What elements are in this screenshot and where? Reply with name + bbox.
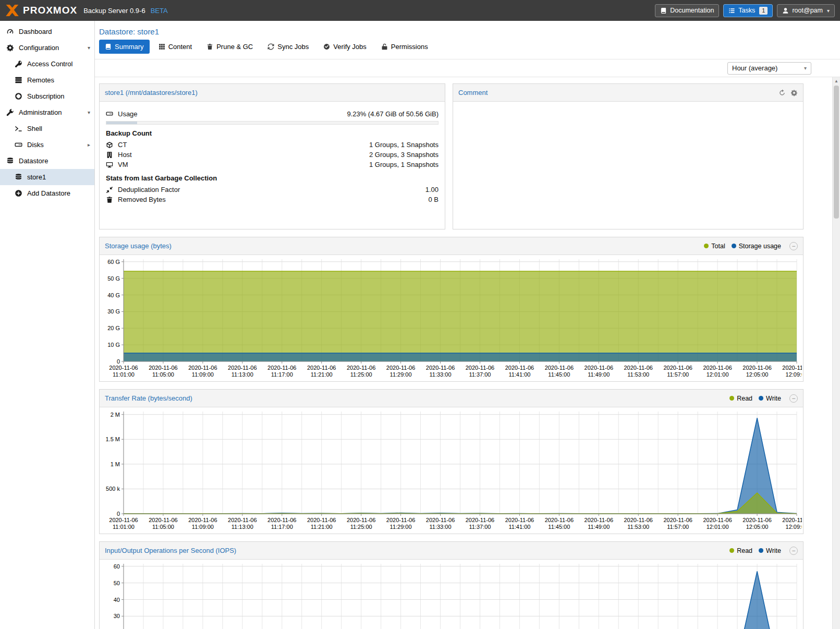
svg-text:2020-11-06: 2020-11-06 (149, 365, 177, 371)
comment-body[interactable] (453, 102, 803, 229)
svg-text:2020-11-06: 2020-11-06 (545, 365, 574, 371)
trash-icon (106, 196, 113, 203)
timeframe-select[interactable]: Hour (average) ▾ (727, 62, 811, 75)
sidebar-item-configuration[interactable]: Configuration ▾ (0, 40, 94, 56)
ct-row: CT 1 Groups, 1 Snapshots (106, 140, 439, 150)
svg-text:2020-11-06: 2020-11-06 (545, 517, 574, 523)
collapse-icon[interactable]: − (789, 547, 798, 555)
chevron-down-icon[interactable]: ▾ (88, 110, 90, 115)
tab-permissions[interactable]: Permissions (375, 40, 434, 54)
building-icon (106, 151, 113, 159)
tab-sync-jobs[interactable]: Sync Jobs (262, 40, 314, 54)
svg-text:2020-11-06: 2020-11-06 (347, 517, 375, 523)
database-icon (6, 157, 14, 165)
svg-text:500 k: 500 k (106, 486, 120, 492)
book-icon (105, 43, 112, 50)
host-label: Host (118, 151, 132, 159)
legend-item-storage-usage[interactable]: Storage usage (732, 243, 781, 250)
dedup-row: Deduplication Factor 1.00 (106, 185, 439, 195)
panel-body: 01020304050602020-11-0611:01:002020-11-0… (100, 560, 803, 629)
sidebar-item-shell[interactable]: Shell (0, 120, 94, 137)
chevron-down-icon: ▾ (827, 8, 830, 14)
scrollbar[interactable]: ▲ (832, 77, 840, 629)
tasks-button[interactable]: Tasks 1 (723, 4, 773, 17)
sidebar-item-disks[interactable]: Disks ▸ (0, 137, 94, 153)
legend-item-total[interactable]: Total (704, 243, 725, 250)
removed-bytes-label: Removed Bytes (118, 196, 166, 203)
sidebar-item-add-datastore[interactable]: Add Datastore (0, 185, 94, 201)
product-version: Backup Server 0.9-6 (83, 7, 145, 15)
gear-icon[interactable] (790, 89, 798, 96)
panel-title: Comment (458, 89, 488, 96)
legend-item-read[interactable]: Read (729, 547, 752, 554)
svg-text:11:37:00: 11:37:00 (469, 524, 491, 530)
beta-link[interactable]: BETA (151, 7, 168, 15)
svg-text:11:45:00: 11:45:00 (548, 524, 570, 530)
documentation-button[interactable]: Documentation (655, 4, 719, 17)
storage-usage-chart: 010 G20 G30 G40 G50 G60 G2020-11-0611:01… (101, 256, 802, 380)
refresh-circle-icon[interactable] (778, 89, 786, 96)
svg-text:11:29:00: 11:29:00 (390, 371, 412, 378)
sidebar-label: Configuration (19, 44, 59, 52)
sidebar-item-datastore[interactable]: Datastore (0, 153, 94, 169)
sidebar-item-access-control[interactable]: Access Control (0, 56, 94, 72)
sidebar-item-dashboard[interactable]: Dashboard (0, 23, 94, 40)
svg-text:2020-11-06: 2020-11-06 (426, 517, 455, 523)
svg-text:11:57:00: 11:57:00 (667, 524, 689, 530)
tab-summary[interactable]: Summary (99, 40, 150, 54)
chevron-down-icon[interactable]: ▾ (88, 45, 90, 51)
svg-text:40: 40 (114, 597, 120, 603)
plus-circle-icon (15, 189, 22, 197)
tab-prune-gc[interactable]: Prune & GC (201, 40, 259, 54)
svg-text:2 M: 2 M (111, 412, 120, 418)
chevron-right-icon[interactable]: ▸ (88, 142, 90, 148)
svg-text:2020-11-06: 2020-11-06 (782, 365, 802, 371)
svg-text:2020-11-06: 2020-11-06 (663, 517, 692, 523)
comment-panel: Comment (453, 83, 804, 229)
chevron-down-icon: ▾ (801, 65, 810, 71)
collapse-icon[interactable]: − (789, 242, 798, 250)
legend-dot (759, 396, 763, 401)
chart-legend: Read Write − (729, 547, 798, 555)
task-list-icon (728, 7, 735, 14)
user-menu-button[interactable]: root@pam ▾ (777, 4, 835, 17)
scroll-up-icon[interactable]: ▲ (833, 77, 840, 85)
sidebar-item-subscription[interactable]: Subscription (0, 88, 94, 104)
svg-text:30: 30 (114, 613, 120, 619)
terminal-icon (15, 125, 22, 132)
usage-progressbar (106, 121, 439, 125)
scrollbar-thumb[interactable] (834, 86, 839, 219)
svg-text:2020-11-06: 2020-11-06 (742, 517, 771, 523)
svg-text:11:57:00: 11:57:00 (667, 371, 689, 378)
trash-icon (206, 43, 213, 50)
sidebar-item-remotes[interactable]: Remotes (0, 72, 94, 88)
legend-dot (732, 244, 736, 248)
sidebar-label: Administration (19, 108, 62, 116)
svg-text:2020-11-06: 2020-11-06 (109, 517, 138, 523)
tab-content[interactable]: Content (153, 40, 198, 54)
collapse-icon[interactable]: − (789, 394, 798, 403)
svg-text:11:49:00: 11:49:00 (588, 371, 610, 378)
legend-item-read[interactable]: Read (729, 395, 752, 402)
usage-label: Usage (118, 110, 138, 118)
dashboard-icon (6, 28, 14, 35)
svg-text:12:09:00: 12:09:00 (786, 524, 802, 530)
sidebar-item-store1[interactable]: store1 (0, 169, 94, 185)
user-label: root@pam (792, 7, 823, 14)
leg-item-write[interactable]: Write (759, 547, 781, 554)
vm-label: VM (118, 161, 128, 168)
sidebar-item-administration[interactable]: Administration ▾ (0, 104, 94, 120)
tab-verify-jobs[interactable]: Verify Jobs (318, 40, 372, 54)
svg-text:11:49:00: 11:49:00 (588, 524, 610, 530)
tasks-count-badge: 1 (759, 7, 768, 15)
sidebar-label: store1 (27, 173, 46, 181)
sidebar-label: Remotes (27, 76, 54, 84)
tab-label: Sync Jobs (277, 43, 309, 51)
life-ring-icon (15, 92, 22, 100)
chart-toolbar: Hour (average) ▾ (95, 59, 840, 77)
host-value: 2 Groups, 3 Snapshots (369, 151, 439, 159)
chart-title: Storage usage (bytes) (105, 242, 172, 250)
legend-item-write[interactable]: Write (759, 395, 781, 402)
svg-text:11:41:00: 11:41:00 (508, 524, 530, 530)
page-title: Datastore: store1 (95, 21, 840, 40)
